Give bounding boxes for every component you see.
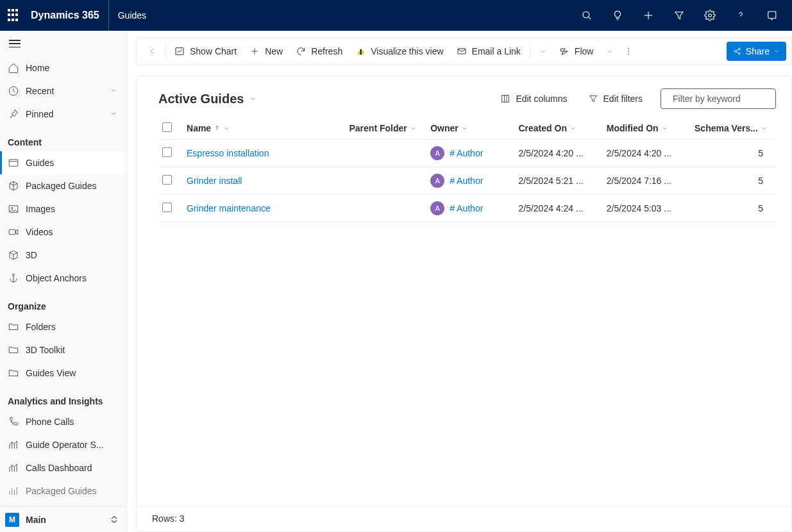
svg-rect-7: [9, 160, 18, 167]
nav-guide-operator[interactable]: Guide Operator S...: [0, 433, 126, 456]
refresh-button[interactable]: Refresh: [289, 40, 349, 63]
table-row[interactable]: Grinder installA# Author2/5/2024 5:21 ..…: [158, 167, 776, 195]
nav-guides-view[interactable]: Guides View: [0, 362, 126, 385]
home-icon: [8, 62, 19, 74]
content-area: Show Chart New Refresh Visualize this vi…: [127, 31, 792, 532]
nav-folders[interactable]: Folders: [0, 315, 126, 338]
nav-pinned[interactable]: Pinned: [0, 103, 126, 126]
flow-button[interactable]: Flow: [553, 40, 600, 63]
nav-home[interactable]: Home: [0, 56, 126, 79]
folder-icon: [8, 367, 19, 379]
schema-cell: 5: [691, 195, 776, 222]
product-name[interactable]: Dynamics 365: [31, 0, 109, 31]
sidebar-collapse-button[interactable]: [0, 31, 126, 56]
updown-chevron-icon: [111, 516, 117, 523]
app-switcher[interactable]: M Main: [0, 506, 126, 532]
nav-phone-calls[interactable]: Phone Calls: [0, 410, 126, 433]
nav-images[interactable]: Images: [0, 197, 126, 220]
nav-3d[interactable]: 3D: [0, 244, 126, 267]
svg-point-0: [583, 12, 589, 18]
svg-point-34: [628, 51, 630, 52]
owner-link[interactable]: # Author: [450, 203, 483, 213]
email-link-button[interactable]: Email a Link: [450, 40, 527, 63]
help-icon[interactable]: [725, 0, 756, 31]
table-row[interactable]: Grinder maintenanceA# Author2/5/2024 4:2…: [158, 195, 776, 222]
search-icon[interactable]: [571, 0, 602, 31]
add-icon[interactable]: [633, 0, 664, 31]
edit-columns-button[interactable]: Edit columns: [494, 88, 573, 110]
avatar: A: [430, 146, 444, 160]
created-cell: 2/5/2024 5:21 ...: [514, 167, 602, 195]
module-name[interactable]: Guides: [109, 10, 146, 21]
chevron-down-icon: [110, 109, 117, 119]
image-icon: [8, 203, 19, 215]
svg-point-38: [738, 53, 740, 54]
chevron-down-icon: [110, 86, 117, 96]
row-checkbox[interactable]: [162, 203, 172, 212]
cube-icon: [8, 249, 19, 261]
filter-icon[interactable]: [664, 0, 695, 31]
keyword-filter-input[interactable]: [673, 94, 785, 104]
svg-rect-41: [502, 96, 509, 103]
record-link[interactable]: Grinder maintenance: [187, 203, 271, 213]
nav-videos[interactable]: Videos: [0, 220, 126, 244]
svg-rect-29: [358, 52, 360, 55]
new-button[interactable]: New: [243, 40, 289, 63]
nav-packaged-guides-2[interactable]: Packaged Guides: [0, 479, 126, 503]
data-grid-card: Active Guides Edit columns Edit filters: [136, 76, 792, 532]
nav-3d-toolkit[interactable]: 3D Toolkit: [0, 338, 126, 362]
modified-cell: 2/5/2024 7:16 ...: [603, 167, 691, 195]
nav-calls-dashboard[interactable]: Calls Dashboard: [0, 456, 126, 479]
group-header-organize: Organize: [0, 290, 126, 315]
column-header-schema[interactable]: Schema Vers...: [691, 117, 776, 140]
svg-point-4: [709, 14, 712, 17]
schema-cell: 5: [691, 140, 776, 167]
show-chart-button[interactable]: Show Chart: [168, 40, 243, 63]
clock-icon: [8, 85, 19, 97]
email-dropdown[interactable]: [533, 40, 553, 63]
window-icon: [8, 157, 19, 169]
record-link[interactable]: Grinder install: [187, 176, 242, 186]
column-header-modified[interactable]: Modified On: [603, 117, 691, 140]
created-cell: 2/5/2024 4:20 ...: [514, 140, 602, 167]
select-all-checkbox[interactable]: [162, 122, 172, 132]
share-button[interactable]: Share: [727, 42, 786, 61]
flow-dropdown[interactable]: [600, 40, 619, 63]
owner-link[interactable]: # Author: [450, 176, 483, 186]
nav-guides[interactable]: Guides: [0, 151, 126, 174]
nav-object-anchors[interactable]: Object Anchors: [0, 267, 126, 290]
visualize-button[interactable]: Visualize this view: [349, 40, 450, 63]
edit-filters-button[interactable]: Edit filters: [582, 88, 649, 110]
top-nav-bar: Dynamics 365 Guides: [0, 0, 792, 31]
app-launcher-icon[interactable]: [8, 9, 21, 22]
record-link[interactable]: Espresso installation: [187, 148, 269, 158]
keyword-filter[interactable]: [661, 88, 776, 109]
table-row[interactable]: Espresso installationA# Author2/5/2024 4…: [158, 140, 776, 167]
column-header-parent[interactable]: Parent Folder: [345, 117, 426, 140]
owner-link[interactable]: # Author: [450, 148, 483, 158]
svg-point-10: [12, 207, 13, 208]
folder-icon: [8, 344, 19, 356]
svg-rect-31: [362, 51, 364, 55]
column-header-created[interactable]: Created On: [514, 117, 602, 140]
chat-panel-icon[interactable]: [756, 0, 787, 31]
column-header-name[interactable]: Name: [183, 117, 345, 140]
app-switcher-label: Main: [26, 515, 111, 525]
column-header-owner[interactable]: Owner: [426, 117, 514, 140]
row-checkbox[interactable]: [162, 175, 172, 185]
nav-packaged-guides[interactable]: Packaged Guides: [0, 174, 126, 197]
commandbar-overflow[interactable]: [619, 47, 637, 56]
svg-line-40: [736, 52, 738, 53]
chart-icon: [8, 462, 19, 474]
row-checkbox[interactable]: [162, 147, 172, 157]
view-selector[interactable]: Active Guides: [158, 92, 257, 106]
svg-point-37: [738, 48, 740, 50]
hamburger-icon: [9, 40, 21, 47]
svg-point-33: [628, 48, 630, 49]
svg-point-35: [628, 53, 630, 54]
nav-recent[interactable]: Recent: [0, 79, 126, 103]
rows-count: Rows: 3: [137, 506, 791, 531]
lightbulb-icon[interactable]: [602, 0, 633, 31]
back-button[interactable]: [142, 46, 162, 56]
settings-gear-icon[interactable]: [695, 0, 725, 31]
